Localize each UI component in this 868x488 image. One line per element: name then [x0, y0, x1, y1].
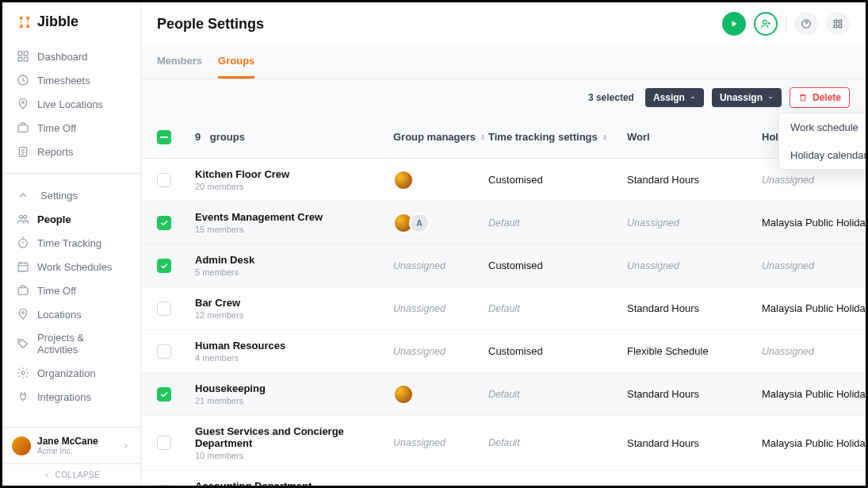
sidebar-item-label: Timesheets: [37, 75, 90, 86]
sidebar-item-locations[interactable]: Locations: [2, 302, 140, 326]
table-row: Guest Services and Concierge Department1…: [141, 416, 866, 471]
dropdown-item-holiday-calendar[interactable]: Holiday calendar: [779, 141, 866, 169]
sidebar-item-label: Dashboard: [37, 51, 88, 63]
sidebar-item-time-off[interactable]: Time Off: [2, 116, 140, 140]
table-row: Events Management Crew15 membersADefault…: [141, 202, 866, 244]
delete-button[interactable]: Delete: [790, 87, 850, 108]
svg-rect-12: [18, 288, 28, 295]
tracking-cell: Default: [488, 217, 627, 229]
svg-point-9: [24, 215, 27, 218]
sidebar-item-live-locations[interactable]: Live Locations: [2, 92, 140, 116]
svg-rect-11: [18, 263, 28, 271]
svg-rect-21: [839, 25, 842, 28]
group-name: Housekeeping: [195, 382, 393, 394]
sidebar-item-dashboard[interactable]: Dashboard: [2, 44, 140, 68]
holiday-cell: Malaysia Public Holidays Cal: [762, 302, 866, 314]
row-checkbox[interactable]: [157, 173, 171, 187]
select-all-checkbox[interactable]: [157, 130, 171, 144]
row-checkbox[interactable]: [157, 485, 171, 486]
svg-point-14: [20, 341, 21, 342]
group-name-cell[interactable]: Accounting Department3 members: [195, 480, 393, 486]
row-checkbox[interactable]: [157, 387, 171, 402]
column-tracking[interactable]: Time tracking settings: [488, 131, 627, 143]
sidebar-item-organization[interactable]: Organization: [2, 361, 140, 385]
column-schedule[interactable]: Worl: [627, 131, 762, 143]
suitcase-icon: [17, 284, 29, 297]
delete-label: Delete: [813, 92, 841, 103]
unassigned-text: Unassigned: [393, 437, 445, 448]
group-name-cell[interactable]: Human Resources4 members: [195, 340, 393, 363]
sidebar-item-projects[interactable]: Projects & Activities: [2, 326, 140, 361]
check-icon: [159, 390, 169, 399]
column-managers[interactable]: Group managers: [393, 131, 488, 143]
svg-point-10: [19, 239, 28, 248]
chevron-up-icon: [690, 94, 696, 101]
add-user-button[interactable]: [754, 12, 778, 36]
schedule-cell: Standard Hours: [627, 388, 762, 400]
table-row: Bar Crew12 membersUnassignedDefaultStand…: [141, 287, 866, 330]
group-name: Events Management Crew: [195, 211, 393, 223]
group-name: Kitchen Floor Crew: [195, 168, 393, 180]
group-name-cell[interactable]: Housekeeping21 members: [195, 382, 393, 405]
sidebar-settings-toggle[interactable]: Settings: [2, 183, 140, 207]
sidebar-item-time-off-settings[interactable]: Time Off: [2, 279, 140, 302]
group-subtext: 12 members: [195, 310, 393, 320]
notifications-button[interactable]: [826, 12, 850, 36]
sidebar-item-time-tracking[interactable]: Time Tracking: [2, 231, 140, 255]
schedule-cell: Flexible Schedule: [627, 345, 762, 357]
dropdown-item-work-schedule[interactable]: Work schedule: [779, 113, 866, 141]
unassign-button[interactable]: Unassign: [712, 88, 782, 107]
collapse-button[interactable]: COLLAPSE: [2, 463, 140, 486]
plug-icon: [17, 390, 29, 403]
tracking-cell: Default: [488, 303, 627, 314]
svg-point-13: [22, 312, 25, 314]
row-checkbox[interactable]: [157, 436, 171, 450]
svg-rect-19: [839, 20, 842, 23]
tracking-cell: Customised: [488, 345, 627, 357]
sidebar-item-timesheets[interactable]: Timesheets: [2, 68, 140, 92]
group-name-cell[interactable]: Admin Desk5 members: [195, 254, 393, 277]
group-subtext: 15 members: [195, 225, 393, 234]
svg-point-15: [21, 371, 25, 375]
sidebar-item-reports[interactable]: Reports: [2, 140, 140, 163]
group-name-cell[interactable]: Guest Services and Concierge Department1…: [195, 425, 393, 460]
row-checkbox[interactable]: [157, 344, 171, 359]
gear-icon: [17, 367, 29, 379]
group-name-cell[interactable]: Events Management Crew15 members: [195, 211, 393, 234]
pin-icon: [17, 98, 29, 110]
sort-icon: [601, 133, 609, 141]
assign-label: Assign: [653, 92, 685, 103]
row-checkbox[interactable]: [157, 259, 171, 273]
managers-cell: Unassigned: [393, 437, 488, 448]
row-checkbox[interactable]: [157, 302, 171, 316]
assign-button[interactable]: Assign: [645, 88, 704, 107]
sidebar-item-label: Time Off: [37, 285, 76, 297]
start-timer-button[interactable]: [722, 12, 746, 36]
sidebar-item-integrations[interactable]: Integrations: [2, 385, 140, 409]
sidebar: Jibble Dashboard Timesheets Live Locatio…: [2, 2, 141, 486]
tab-groups[interactable]: Groups: [218, 45, 254, 79]
grid-icon: [832, 18, 843, 29]
unassigned-text: Unassigned: [393, 346, 445, 357]
help-icon: [801, 18, 812, 29]
group-name-cell[interactable]: Kitchen Floor Crew20 members: [195, 168, 393, 191]
tabs: Members Groups: [141, 45, 866, 79]
table-header: 9 groups Group managers Time tracking se…: [141, 116, 866, 159]
assign-dropdown: Work schedule Holiday calendar: [778, 113, 866, 170]
managers-cell: Unassigned: [393, 260, 488, 271]
sidebar-item-people[interactable]: People: [2, 207, 140, 231]
sidebar-item-work-schedules[interactable]: Work Schedules: [2, 255, 140, 279]
row-checkbox[interactable]: [157, 216, 171, 230]
brand-logo[interactable]: Jibble: [2, 2, 140, 41]
group-name-cell[interactable]: Bar Crew12 members: [195, 297, 393, 320]
collapse-label: COLLAPSE: [55, 471, 101, 479]
check-icon: [159, 218, 169, 228]
sidebar-item-label: Live Locations: [37, 98, 103, 110]
holiday-cell: Unassigned: [762, 260, 866, 271]
holiday-cell: Unassigned: [762, 175, 866, 186]
column-groups[interactable]: 9 groups: [195, 131, 393, 143]
help-button[interactable]: [794, 12, 818, 36]
user-card[interactable]: Jane McCane Acme Inc.: [2, 427, 140, 463]
tab-members[interactable]: Members: [157, 45, 202, 79]
user-name: Jane McCane: [37, 436, 115, 447]
